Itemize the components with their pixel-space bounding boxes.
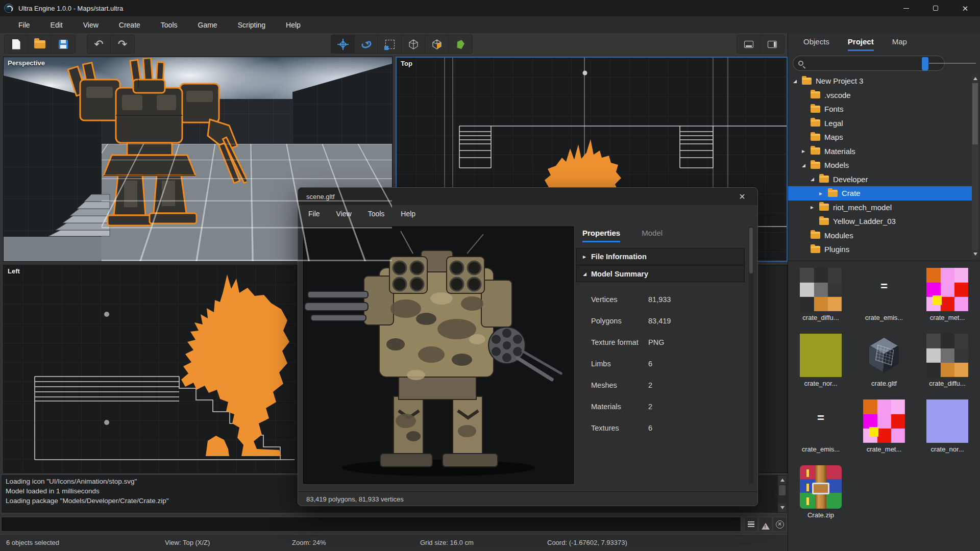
panel-tab[interactable]: Objects <box>803 37 829 51</box>
open-folder-button[interactable] <box>28 35 52 53</box>
model-window-titlebar[interactable]: scene.gltf ✕ <box>298 188 757 205</box>
selected-mech-model[interactable] <box>57 58 247 238</box>
tree-scrollbar-thumb[interactable] <box>972 83 978 144</box>
tree-item[interactable]: Fonts <box>788 102 972 116</box>
asset-item[interactable]: crate_emis... <box>852 264 916 330</box>
asset-item[interactable]: crate_nor... <box>789 330 852 395</box>
section-header[interactable]: Model Summary <box>576 265 745 282</box>
warnings-button[interactable] <box>758 517 772 532</box>
rotate-tool-button[interactable] <box>355 35 378 53</box>
minimize-button[interactable] <box>891 0 921 16</box>
tree-scroll-down[interactable] <box>972 250 978 259</box>
tree-item-label: Fonts <box>824 105 844 113</box>
model-window-close[interactable]: ✕ <box>730 188 754 205</box>
tree-item[interactable]: Models <box>788 158 972 172</box>
expand-arrow-icon[interactable] <box>819 190 828 197</box>
tree-item[interactable]: riot_mech_model <box>788 201 972 215</box>
move-tool-icon <box>337 39 349 50</box>
expand-arrow-icon[interactable] <box>802 163 811 168</box>
asset-item[interactable]: crate.gltf <box>852 330 916 395</box>
tree-item[interactable]: Plugins <box>788 242 972 257</box>
asset-label: crate_diffu... <box>802 314 839 321</box>
panel-tab[interactable]: Project <box>848 37 874 51</box>
save-icon <box>59 40 68 49</box>
close-button[interactable]: ✕ <box>950 0 980 16</box>
toggle-right-panel-button[interactable] <box>761 35 784 53</box>
panel-tab[interactable]: Map <box>892 37 907 51</box>
model-panel-tab[interactable]: Model <box>642 229 663 242</box>
property-row: Polygons 83,419 <box>576 310 745 332</box>
undo-button[interactable]: ↶ <box>87 35 111 53</box>
scroll-down-button[interactable] <box>778 504 787 512</box>
tree-item[interactable]: Yellow_Ladder_03 <box>788 214 972 229</box>
toggle-bottom-panel-button[interactable] <box>737 35 761 53</box>
model-menu-item[interactable]: View <box>328 207 360 221</box>
asset-item[interactable]: crate_met... <box>916 264 979 330</box>
thumbnail-size-slider-track[interactable] <box>929 63 976 64</box>
thumbnail-size-slider-handle[interactable] <box>922 57 928 70</box>
asset-thumbnail <box>800 399 842 443</box>
scrollbar-thumb[interactable] <box>779 485 786 495</box>
property-row: Materials 2 <box>576 396 745 417</box>
clear-console-button[interactable]: ✕ <box>773 517 787 532</box>
asset-item[interactable]: crate_emis... <box>789 395 852 461</box>
maximize-button[interactable] <box>921 0 950 16</box>
model-menu-item[interactable]: Tools <box>360 207 393 221</box>
move-tool-button[interactable] <box>331 35 355 53</box>
menu-item[interactable]: Scripting <box>228 18 276 32</box>
asset-item[interactable]: Crate.zip <box>789 461 852 527</box>
menu-item[interactable]: View <box>73 18 109 32</box>
asset-item[interactable]: crate_diffu... <box>916 330 979 395</box>
save-button[interactable] <box>52 35 75 53</box>
expand-arrow-icon[interactable] <box>811 177 819 182</box>
model-window-maximize[interactable] <box>705 188 730 205</box>
folder-icon <box>811 119 820 127</box>
asset-item[interactable]: crate_diffu... <box>789 264 852 330</box>
expand-arrow-icon[interactable] <box>802 147 811 155</box>
model-panel-tab[interactable]: Properties <box>582 229 620 242</box>
new-file-button[interactable] <box>5 35 28 53</box>
expand-arrow-icon[interactable] <box>811 204 819 211</box>
tree-item[interactable]: Maps <box>788 130 972 144</box>
scale-tool-button[interactable] <box>378 35 402 53</box>
redo-button[interactable]: ↷ <box>111 35 134 53</box>
menu-item[interactable]: Help <box>276 18 311 32</box>
tree-item[interactable]: Modules <box>788 229 972 243</box>
tree-scrollbar[interactable] <box>972 74 978 259</box>
menu-item[interactable]: Tools <box>151 18 188 32</box>
bottom-panel-layout-icon <box>744 41 753 48</box>
tree-scroll-up[interactable] <box>972 74 978 83</box>
command-input[interactable] <box>1 517 741 532</box>
console-scrollbar[interactable] <box>778 475 787 512</box>
expand-arrow-icon[interactable] <box>793 79 802 84</box>
menu-item[interactable]: Game <box>188 18 228 32</box>
model-summary-list: Vertices 81,933 Polygons 83,419 Texture … <box>576 289 745 439</box>
model-menu-item[interactable]: Help <box>393 207 424 221</box>
menu-item[interactable]: File <box>8 18 40 32</box>
solid-view-button[interactable] <box>425 35 449 53</box>
log-list-button[interactable] <box>744 517 758 532</box>
tree-item[interactable]: Crate <box>788 186 973 201</box>
tree-item-label: Maps <box>824 133 843 141</box>
model-viewer-window[interactable]: scene.gltf ✕ FileViewToolsHelp <box>298 187 758 506</box>
section-label: File Information <box>591 253 647 261</box>
asset-thumbnail <box>926 334 968 377</box>
model-window-minimize[interactable] <box>681 188 705 205</box>
tree-item[interactable]: Legal <box>788 116 972 131</box>
tree-item[interactable]: Developer <box>788 172 972 187</box>
asset-item[interactable]: crate_nor... <box>916 395 979 461</box>
section-header[interactable]: File Information <box>576 248 745 265</box>
vegetation-tool-button[interactable] <box>449 35 472 53</box>
tree-item[interactable]: .vscode <box>788 88 972 103</box>
wireframe-view-button[interactable] <box>402 35 425 53</box>
scroll-up-button[interactable] <box>778 475 787 484</box>
menu-item[interactable]: Edit <box>40 18 73 32</box>
tree-item[interactable]: New Project 3 <box>788 74 972 88</box>
menu-item[interactable]: Create <box>109 18 151 32</box>
model-menu-item[interactable]: File <box>300 207 328 221</box>
model-preview[interactable] <box>303 227 574 484</box>
asset-browser: crate_diffu... crate_emis... crate_met..… <box>789 264 979 527</box>
asset-item[interactable]: crate_met... <box>852 395 916 461</box>
tree-item[interactable]: Materials <box>788 144 972 159</box>
model-panel-scrollbar[interactable] <box>749 227 753 484</box>
